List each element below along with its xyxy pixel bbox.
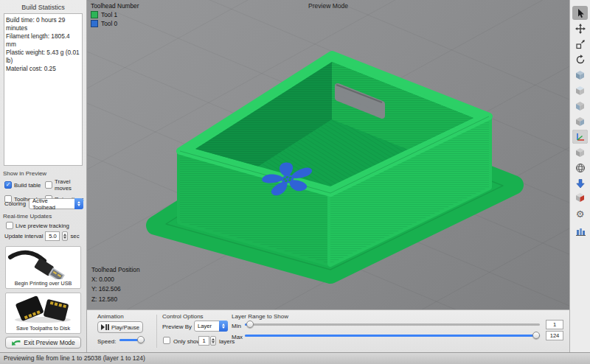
move-icon (575, 24, 586, 34)
min-label: Min (232, 323, 241, 329)
play-pause-icon (101, 324, 109, 330)
exit-preview-mode-label: Exit Preview Mode (24, 339, 74, 346)
coloring-row: Coloring Active Toolhead (4, 198, 83, 209)
tool0-label: Tool 0 (101, 20, 117, 27)
toolbar-model-view[interactable] (572, 145, 588, 159)
only-show-stepper[interactable] (210, 336, 216, 346)
preview-by-value: Layer (198, 323, 212, 329)
checkbox-build-table-label: Build table (14, 182, 41, 189)
save-toolpaths-label: Save Toolpaths to Disk (6, 324, 80, 333)
check-icon: ✓ (6, 182, 11, 188)
toolbar-view-default[interactable] (572, 68, 588, 82)
checkbox-travel-moves-label: Travel moves (55, 178, 86, 192)
preview-by-dropdown[interactable]: Layer (194, 321, 228, 332)
tool1-label: Tool 1 (101, 11, 117, 18)
checkbox-live-preview-tracking[interactable]: Live preview tracking (6, 222, 69, 229)
only-show-checkbox[interactable] (163, 337, 170, 344)
toolbar-cross-section[interactable] (572, 190, 588, 204)
3d-model-render (87, 0, 569, 309)
toolbar-view-side[interactable] (572, 114, 588, 128)
max-label: Max (232, 334, 243, 340)
toolbar-settings[interactable]: ⚙ (572, 207, 588, 221)
cube-default-view-icon (575, 70, 586, 80)
begin-printing-usb-button[interactable]: Begin Printing over USB (5, 246, 81, 289)
toolbar-coordinate-axes[interactable] (572, 130, 588, 144)
toolhead-y: Y: 162.506 (91, 284, 140, 294)
legend-row-tool0: Tool 0 (91, 20, 139, 27)
toolbar-scale-tool[interactable] (572, 37, 588, 51)
checkbox-build-table-box[interactable]: ✓ (4, 181, 12, 189)
toolhead-position-readout: Toolhead Position X: 0.000 Y: 162.506 Z:… (91, 265, 140, 304)
scale-icon (575, 39, 586, 49)
animation-group-title: Animation (97, 313, 124, 320)
begin-printing-usb-label: Begin Printing over USB (6, 279, 80, 288)
cube-front-view-icon (575, 101, 586, 111)
save-toolpaths-button[interactable]: Save Toolpaths to Disk (5, 293, 81, 334)
stat-material-cost: Material cost: 0.25 (6, 65, 80, 73)
play-pause-label: Play/Pause (111, 324, 139, 331)
checkbox-live-preview-tracking-box[interactable] (6, 222, 13, 229)
dropdown-stepper-icon[interactable] (219, 321, 228, 332)
usb-cable-image (7, 248, 79, 279)
update-interval-label: Update interval (4, 233, 43, 239)
stat-build-time: Build time: 0 hours 29 minutes (6, 16, 80, 32)
max-layer-slider[interactable] (245, 332, 540, 339)
toolbar-view-top[interactable] (572, 83, 588, 97)
cube-top-view-icon (575, 85, 586, 96)
play-pause-button[interactable]: Play/Pause (97, 321, 143, 333)
speed-slider-knob[interactable] (137, 336, 145, 343)
exit-preview-mode-button[interactable]: Exit Preview Mode (5, 337, 81, 349)
layer-range-group-title: Layer Range to Show (232, 313, 288, 320)
live-preview-tracking-label: Live preview tracking (15, 223, 69, 229)
min-layer-field[interactable]: 1 (546, 320, 563, 329)
stat-filament-length: Filament length: 1805.4 mm (6, 32, 80, 49)
coloring-label: Coloring (4, 200, 26, 207)
left-panel: Build Statistics Build time: 0 hours 29 … (0, 0, 87, 352)
rotate-icon (575, 55, 586, 65)
only-show-label: Only show (173, 338, 201, 345)
update-interval-unit: sec (70, 233, 79, 239)
speed-slider[interactable] (119, 336, 145, 343)
checkbox-build-table[interactable]: ✓ Build table (4, 178, 45, 192)
checkbox-travel-moves-box[interactable] (45, 181, 52, 189)
cube-side-view-icon (575, 116, 586, 127)
speed-label: Speed: (97, 338, 116, 345)
view-toolbar: ⚙ (569, 0, 590, 352)
machine-control-icon (575, 226, 586, 237)
axes-gizmo-icon (575, 132, 586, 142)
update-interval-stepper[interactable] (62, 231, 68, 241)
toolbar-move-tool[interactable] (572, 21, 588, 35)
checkbox-travel-moves[interactable]: Travel moves (45, 178, 86, 192)
min-slider-knob[interactable] (246, 321, 254, 328)
max-layer-field[interactable]: 124 (546, 331, 563, 340)
toolbar-machine-control[interactable] (572, 224, 588, 238)
status-bar-text: Previewing file from line 1 to 25038 (la… (4, 354, 145, 362)
toolbar-view-front[interactable] (572, 99, 588, 113)
coloring-dropdown[interactable]: Active Toolhead (29, 198, 83, 209)
min-layer-slider[interactable] (245, 321, 540, 328)
toolbar-wireframe-view[interactable] (572, 161, 588, 175)
toolbar-select-cursor[interactable] (572, 6, 588, 20)
preview-control-bar: Animation Play/Pause Speed: Control Opti… (87, 309, 569, 352)
toolhead-x: X: 0.000 (91, 275, 140, 284)
toolbar-import-model[interactable] (572, 176, 588, 190)
tool0-color-swatch (91, 20, 98, 27)
toolbar-rotate-tool[interactable] (572, 52, 588, 66)
update-interval-field[interactable]: 5.0 (45, 231, 60, 241)
toolhead-position-title: Toolhead Position (91, 265, 140, 275)
preview-mode-label: Preview Mode (87, 2, 569, 10)
coloring-dropdown-value: Active Toolhead (32, 197, 72, 211)
preview-3d-viewport[interactable]: Toolhead Number Tool 1 Tool 0 Preview Mo… (87, 0, 569, 309)
preview-by-label: Preview By (162, 323, 192, 330)
sd-cards-image (7, 295, 79, 324)
only-show-field[interactable]: 1 (198, 336, 209, 346)
control-options-group-title: Control Options (162, 313, 204, 320)
gear-icon: ⚙ (576, 209, 585, 219)
build-statistics-box: Build time: 0 hours 29 minutes Filament … (4, 13, 83, 166)
cross-section-icon (575, 192, 586, 203)
back-arrow-icon (11, 339, 21, 346)
cursor-icon (575, 8, 586, 18)
dropdown-stepper-icon[interactable] (74, 198, 83, 209)
max-slider-knob[interactable] (532, 332, 540, 339)
legend-row-tool1: Tool 1 (91, 11, 139, 18)
